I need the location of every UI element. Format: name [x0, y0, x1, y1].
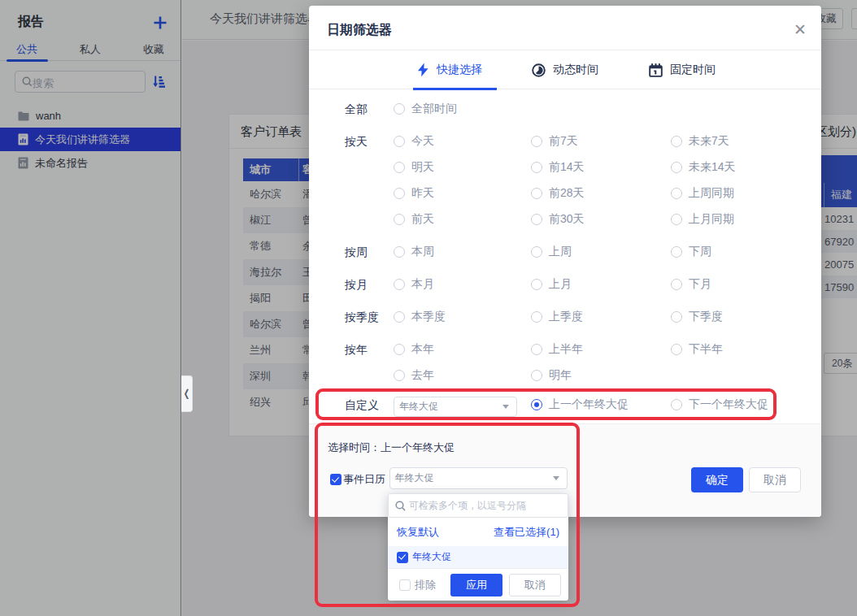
- radio-icon: [671, 344, 682, 355]
- sidebar-collapse-handle[interactable]: ❮: [181, 375, 193, 412]
- radio-label: 前14天: [549, 160, 585, 175]
- radio-option[interactable]: 未来7天: [671, 128, 729, 154]
- active-tab-underline: [413, 88, 497, 90]
- radio-label: 上月: [549, 277, 572, 292]
- radio-label: 本年: [411, 342, 434, 357]
- view-selected-link[interactable]: 查看已选择(1): [494, 525, 559, 540]
- radio-icon: [531, 370, 542, 381]
- radio-option[interactable]: 上周同期: [671, 180, 734, 206]
- radio-option[interactable]: 上半年: [531, 336, 583, 362]
- radio-option[interactable]: 未来14天: [671, 154, 736, 180]
- group-label: 按年: [345, 336, 368, 362]
- radio-option[interactable]: 前14天: [531, 154, 585, 180]
- tab-label: 动态时间: [553, 63, 598, 77]
- dropdown-search-input[interactable]: 可检索多个项，以逗号分隔: [388, 493, 568, 518]
- search-icon: [395, 501, 406, 511]
- radio-label: 上半年: [549, 342, 583, 357]
- confirm-button[interactable]: 确定: [691, 467, 743, 492]
- radio-option[interactable]: 本周: [394, 239, 434, 265]
- close-icon[interactable]: ✕: [789, 18, 811, 41]
- radio-option[interactable]: 上月同期: [671, 206, 734, 232]
- dropdown-cancel-button[interactable]: 取消: [509, 574, 561, 596]
- radio-label: 下一个年终大促: [689, 397, 768, 412]
- radio-option[interactable]: 上季度: [531, 304, 583, 330]
- event-calendar-checkbox[interactable]: [330, 474, 341, 485]
- radio-icon: [671, 188, 682, 199]
- radio-option[interactable]: 本季度: [394, 304, 446, 330]
- radio-option[interactable]: 明年: [531, 362, 572, 388]
- cancel-button[interactable]: 取消: [749, 467, 801, 492]
- radio-icon: [671, 162, 682, 173]
- tab-label: 固定时间: [670, 63, 716, 77]
- radio-option[interactable]: 明天: [394, 154, 434, 180]
- radio-icon: [671, 311, 682, 323]
- radio-label: 本月: [411, 277, 434, 292]
- event-calendar-label: 事件日历: [343, 472, 385, 487]
- radio-label: 下月: [689, 277, 711, 292]
- radio-icon: [671, 214, 682, 225]
- radio-label: 上周同期: [689, 186, 734, 201]
- custom-label: 自定义: [345, 392, 379, 418]
- exclude-checkbox[interactable]: [399, 579, 411, 591]
- radio-label: 上季度: [549, 310, 583, 324]
- radio-icon: [394, 103, 405, 115]
- radio-icon: [531, 162, 542, 173]
- radio-icon: [671, 399, 682, 410]
- radio-label: 本季度: [411, 310, 446, 324]
- radio-option[interactable]: 本年: [394, 336, 434, 362]
- radio-option[interactable]: 全部时间: [394, 96, 457, 122]
- radio-option[interactable]: 今天: [394, 128, 434, 154]
- radio-label: 下周: [689, 245, 711, 259]
- radio-icon: [531, 344, 542, 355]
- chevron-down-icon: [502, 405, 509, 409]
- radio-label: 未来14天: [689, 160, 736, 175]
- radio-label: 去年: [411, 368, 434, 383]
- event-calendar-select[interactable]: 年终大促: [389, 467, 568, 489]
- radio-option[interactable]: 下季度: [671, 304, 723, 330]
- radio-label: 本周: [411, 245, 434, 259]
- radio-option[interactable]: 下周: [671, 239, 711, 265]
- radio-icon: [531, 188, 542, 199]
- radio-option[interactable]: 上月: [531, 271, 572, 297]
- radio-label: 上一个年终大促: [549, 397, 629, 412]
- modal-tab-3[interactable]: 固定时间: [645, 50, 716, 89]
- radio-option[interactable]: 去年: [394, 362, 434, 388]
- tab-label: 快捷选择: [437, 63, 482, 77]
- radio-icon: [394, 246, 405, 258]
- group-label: 按周: [345, 239, 368, 265]
- modal-title: 日期筛选器: [327, 22, 392, 39]
- radio-label: 明天: [411, 160, 434, 175]
- option-label: 年终大促: [412, 550, 451, 564]
- radio-option[interactable]: 前7天: [531, 128, 578, 154]
- radio-option[interactable]: 前天: [394, 206, 434, 232]
- radio-option[interactable]: 上周: [531, 239, 572, 265]
- dropdown-footer: 排除 应用 取消: [388, 568, 568, 601]
- radio-icon: [671, 279, 682, 290]
- radio-option[interactable]: 下半年: [671, 336, 723, 362]
- radio-label: 全部时间: [411, 102, 457, 116]
- reset-default-link[interactable]: 恢复默认: [397, 525, 439, 540]
- radio-option[interactable]: 前30天: [531, 206, 585, 232]
- modal-tab-1[interactable]: 快捷选择: [413, 50, 497, 89]
- radio-icon: [394, 279, 405, 290]
- radio-label: 前30天: [549, 212, 585, 227]
- clock-icon: [532, 63, 546, 77]
- radio-option[interactable]: 下月: [671, 271, 711, 297]
- radio-option[interactable]: 本月: [394, 271, 434, 297]
- radio-label: 前天: [411, 212, 434, 227]
- custom-event-select[interactable]: 年终大促: [394, 397, 517, 417]
- radio-icon: [531, 246, 542, 258]
- radio-icon: [671, 136, 682, 147]
- apply-button[interactable]: 应用: [450, 574, 502, 596]
- option-checkbox[interactable]: [397, 552, 408, 563]
- radio-option[interactable]: 前28天: [531, 180, 585, 206]
- modal-tab-2[interactable]: 动态时间: [528, 50, 602, 89]
- radio-option[interactable]: 上一个年终大促: [531, 392, 629, 418]
- radio-option[interactable]: 昨天: [394, 180, 434, 206]
- radio-option[interactable]: 下一个年终大促: [671, 392, 768, 418]
- dropdown-links-row: 恢复默认 查看已选择(1): [388, 518, 568, 546]
- radio-label: 前28天: [549, 186, 585, 201]
- radio-label: 昨天: [411, 186, 434, 201]
- radio-label: 今天: [411, 134, 434, 149]
- dropdown-option[interactable]: 年终大促: [388, 546, 568, 568]
